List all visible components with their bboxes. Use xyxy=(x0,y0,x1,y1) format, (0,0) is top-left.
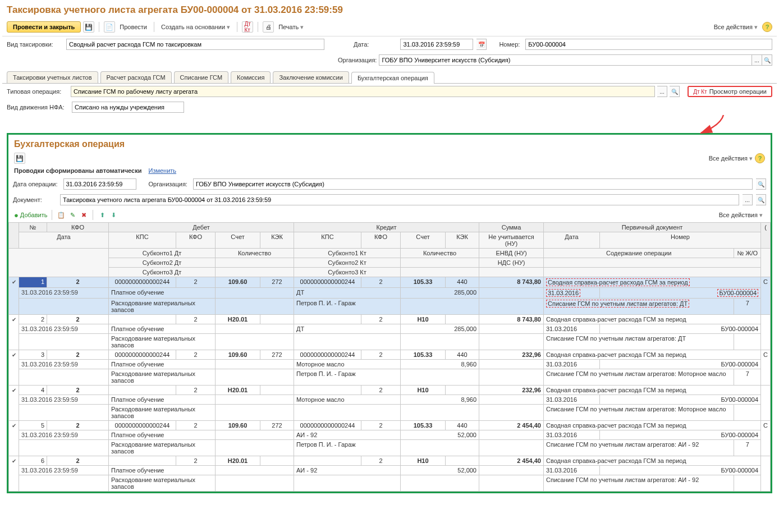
save-icon[interactable]: 💾 xyxy=(83,21,94,33)
nfa-input[interactable] xyxy=(72,102,184,113)
tabs: Таксировки учетных листовРасчет расхода … xyxy=(2,68,777,84)
op-org-input[interactable] xyxy=(193,178,753,190)
main-toolbar: Провести и закрыть 💾 📄 Провести Создать … xyxy=(2,20,777,36)
move-up-icon[interactable]: ⬆ xyxy=(98,210,107,219)
date-label: Дата: xyxy=(354,41,371,48)
tax-type-input[interactable] xyxy=(66,39,324,50)
nfa-label: Вид движения НФА: xyxy=(7,104,68,111)
typ-op-search-icon[interactable]: 🔍 xyxy=(670,86,680,97)
auto-generated-label: Проводки сформированы автоматически xyxy=(14,167,141,174)
table-row[interactable]: 422Н20.012Н10232,96Сводная справка-расче… xyxy=(9,386,771,395)
delete-icon[interactable]: ✖ xyxy=(79,210,88,219)
panel-help-icon[interactable]: ? xyxy=(755,153,765,163)
panel-title: Бухгалтерская операция xyxy=(8,135,771,152)
org-input[interactable] xyxy=(379,54,752,66)
org-label: Организация: xyxy=(338,57,379,63)
create-based-button[interactable]: Создать на основании xyxy=(159,22,232,32)
date-input[interactable] xyxy=(400,39,473,50)
table-row[interactable]: 1200000000000002442109.60272000000000000… xyxy=(9,277,771,288)
tab-2[interactable]: Списание ГСМ xyxy=(174,71,229,83)
post-close-button[interactable]: Провести и закрыть xyxy=(7,21,81,33)
tab-1[interactable]: Расчет расхода ГСМ xyxy=(100,71,172,83)
table-row[interactable]: 622Н20.012Н102 454,40Сводная справка-рас… xyxy=(9,456,771,466)
move-down-icon[interactable]: ⬇ xyxy=(109,210,118,219)
tab-3[interactable]: Комиссия xyxy=(231,71,271,83)
tab-0[interactable]: Таксировки учетных листов xyxy=(7,71,98,83)
op-date-input[interactable] xyxy=(63,178,136,190)
change-link[interactable]: Изменить xyxy=(148,167,176,174)
view-operation-button[interactable]: Дт Кт Просмотр операции xyxy=(688,86,772,97)
typ-op-input[interactable] xyxy=(71,86,655,97)
op-org-search-icon[interactable]: 🔍 xyxy=(756,178,766,190)
panel-all-actions-button[interactable]: Все действия xyxy=(707,154,755,163)
tab-5[interactable]: Бухгалтерская операция xyxy=(351,72,434,84)
tab-4[interactable]: Заключение комиссии xyxy=(273,71,349,83)
table-row[interactable]: 3200000000000002442109.60272000000000000… xyxy=(9,350,771,360)
typ-op-select-icon[interactable]: ... xyxy=(657,86,667,97)
print-icon[interactable]: 🖨 xyxy=(263,21,274,33)
copy-icon[interactable]: 📋 xyxy=(57,210,66,219)
acct-operation-panel: Бухгалтерская операция 💾 Все действия ? … xyxy=(7,133,772,493)
entries-table[interactable]: № КФО Дебет Кредит Сумма Первичный докум… xyxy=(8,222,771,492)
op-doc-search-icon[interactable]: 🔍 xyxy=(756,194,766,205)
print-button[interactable]: Печать xyxy=(276,22,306,32)
org-select-icon[interactable]: ... xyxy=(752,54,762,66)
table-row[interactable]: 222Н20.012Н108 743,80Сводная справка-рас… xyxy=(9,315,771,324)
panel-save-icon[interactable]: 💾 xyxy=(14,153,25,164)
op-doc-label: Документ: xyxy=(13,196,57,203)
typ-op-label: Типовая операция: xyxy=(7,88,68,95)
arrow-annotation xyxy=(693,114,737,136)
date-picker-icon[interactable]: 📅 xyxy=(476,39,487,50)
edit-icon[interactable]: ✎ xyxy=(68,210,77,219)
post-button[interactable]: Провести xyxy=(117,22,149,31)
all-actions-button[interactable]: Все действия xyxy=(712,22,760,32)
op-date-label: Дата операции: xyxy=(13,181,60,187)
org-search-icon[interactable]: 🔍 xyxy=(762,54,772,66)
op-doc-select-icon[interactable]: ... xyxy=(743,194,753,205)
dtkt-icon: Дт Кт xyxy=(693,89,707,95)
op-doc-input[interactable] xyxy=(60,194,739,205)
help-icon[interactable]: ? xyxy=(762,22,772,32)
tax-type-label: Вид таксировки: xyxy=(7,41,63,48)
number-input[interactable] xyxy=(525,39,772,50)
op-org-label: Организация: xyxy=(149,181,190,187)
add-button[interactable]: Добавить xyxy=(14,211,47,219)
post-icon[interactable]: 📄 xyxy=(104,21,115,33)
number-label: Номер: xyxy=(499,41,522,48)
dtkt-icon[interactable]: ДтКт xyxy=(242,21,253,33)
page-title: Таксировка учетного листа агрегата БУ00-… xyxy=(2,2,777,20)
table-all-actions-button[interactable]: Все действия xyxy=(717,210,765,220)
table-row[interactable]: 5200000000000002442109.60272000000000000… xyxy=(9,421,771,430)
